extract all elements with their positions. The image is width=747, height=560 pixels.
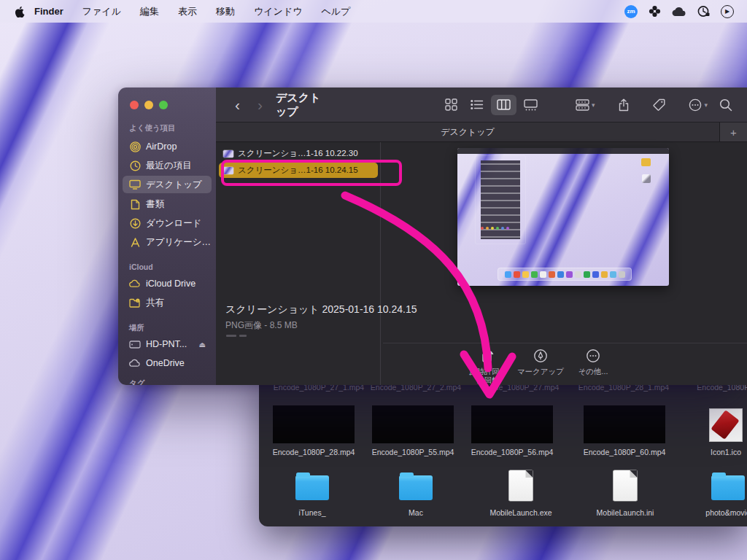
group-by-button[interactable]: ▾ <box>570 95 601 115</box>
clock-lock-icon[interactable] <box>697 5 710 18</box>
path-title: デスクトップ <box>216 126 719 139</box>
apple-menu-icon[interactable] <box>15 6 25 18</box>
file-label[interactable]: Encode_1080P_60.mp4 <box>584 448 666 456</box>
tag-button[interactable] <box>647 95 671 115</box>
preview-desktop-icon <box>641 158 651 166</box>
sidebar-item-applications[interactable]: アプリケーシ… <box>123 233 212 251</box>
minimize-button[interactable] <box>144 101 153 109</box>
folder-icon[interactable] <box>711 475 745 500</box>
close-button[interactable] <box>130 101 139 109</box>
chevron-down-icon: ▾ <box>592 101 595 109</box>
file-label[interactable]: iTunes_ <box>299 508 326 517</box>
sidebar-section-locations: 場所 <box>129 323 144 333</box>
file-label[interactable]: Encode_1080P_28.mp4 <box>273 448 355 456</box>
sidebar-item-label: アプリケーシ… <box>146 236 211 249</box>
background-file-browser: Encode_1080P_27_1.mp4 Encode_1080P_27_2.… <box>259 369 747 526</box>
sidebar-section-tags: タグ <box>129 378 145 385</box>
sidebar-item-label: OneDrive <box>146 358 185 368</box>
folder-icon[interactable] <box>399 475 433 500</box>
menu-edit[interactable]: 編集 <box>131 5 169 18</box>
sidebar-item-desktop[interactable]: デスクトップ <box>123 176 212 193</box>
menu-finder[interactable]: Finder <box>25 6 73 17</box>
file-label[interactable]: MobileLaunch.ini <box>597 508 654 517</box>
truncated-text-mark <box>226 335 236 337</box>
sidebar-item-label: デスクトップ <box>146 179 202 191</box>
finder-toolbar: ‹ › デスクトップ ▾ ▾ <box>216 88 747 122</box>
sidebar-item-hd-pnt[interactable]: HD-PNT... ⏏ <box>123 335 212 353</box>
search-button[interactable] <box>713 95 738 115</box>
action-label: マークアップ <box>517 367 564 376</box>
icon-view-button[interactable] <box>439 95 463 115</box>
sidebar-item-label: 書類 <box>146 198 164 211</box>
file-label[interactable]: Encode_1080P_55.mp4 <box>372 448 454 456</box>
play-circle-icon[interactable]: ▶ <box>721 5 734 18</box>
more-icon <box>560 349 626 363</box>
sidebar-item-shared[interactable]: i 共有 <box>123 294 212 311</box>
file-label[interactable]: Icon1.ico <box>711 448 741 456</box>
annotation-highlight-rectangle <box>221 160 402 186</box>
gallery-view-button[interactable] <box>518 95 543 115</box>
file-label[interactable]: Mac <box>409 508 423 517</box>
shared-folder-icon: i <box>129 297 141 308</box>
file-label[interactable]: photo&movie <box>705 508 747 517</box>
document-file-icon[interactable] <box>509 470 533 501</box>
document-icon <box>129 198 141 210</box>
sidebar-item-downloads[interactable]: ダウンロード <box>123 214 212 232</box>
path-bar: デスクトップ + <box>216 122 747 142</box>
column-view-button[interactable] <box>491 95 516 115</box>
zoom-button[interactable] <box>159 101 168 109</box>
share-button[interactable] <box>612 95 635 115</box>
preview-desktop-icon <box>642 174 651 183</box>
folder-icon[interactable] <box>295 475 329 500</box>
sidebar-item-label: ダウンロード <box>146 217 201 230</box>
cloud-icon <box>129 278 141 289</box>
sidebar-item-onedrive[interactable]: OneDrive <box>123 354 212 372</box>
zoom-app-icon[interactable]: zm <box>624 5 638 18</box>
video-thumbnail[interactable] <box>471 405 553 443</box>
sidebar-item-recents[interactable]: 最近の項目 <box>123 157 212 174</box>
ico-file-thumbnail[interactable] <box>709 408 743 442</box>
file-label[interactable]: Encode_1080P_56.mp4 <box>471 448 554 456</box>
more-actions-button[interactable]: ▾ <box>683 95 713 115</box>
sidebar-item-documents[interactable]: 書類 <box>123 195 212 213</box>
action-label: 反時計回り <box>469 367 508 376</box>
clover-app-icon[interactable] <box>649 5 661 18</box>
video-thumbnail[interactable] <box>273 405 355 443</box>
chevron-down-icon: ▾ <box>704 101 708 109</box>
sidebar-section-icloud: iCloud <box>129 262 153 271</box>
sidebar-item-label: iCloud Drive <box>146 279 196 289</box>
finder-main-area: ‹ › デスクトップ ▾ ▾ デスクトップ <box>216 88 747 385</box>
back-button[interactable]: ‹ <box>226 96 249 114</box>
file-label[interactable]: MobileLaunch.exe <box>489 508 551 517</box>
menu-bar: Finder ファイル 編集 表示 移動 ウインドウ ヘルプ zm ▶ <box>0 0 747 23</box>
desktop-icon <box>129 179 141 190</box>
sidebar-item-airdrop[interactable]: AirDrop <box>123 138 212 155</box>
cloud-drive-icon[interactable] <box>672 7 686 17</box>
clock-icon <box>129 160 141 171</box>
window-controls <box>130 101 168 109</box>
new-tab-button[interactable]: + <box>719 122 747 141</box>
file-row[interactable]: スクリーンショ…1-16 10.22.30 <box>219 146 378 161</box>
sidebar-item-label: HD-PNT... <box>146 339 187 349</box>
menu-status-icons: zm ▶ <box>624 5 747 18</box>
document-file-icon[interactable] <box>614 470 638 501</box>
video-thumbnail[interactable] <box>584 405 665 443</box>
eject-icon[interactable]: ⏏ <box>199 341 206 349</box>
menu-file[interactable]: ファイル <box>73 5 131 18</box>
sidebar-item-icloud-drive[interactable]: iCloud Drive <box>123 275 212 292</box>
menu-help[interactable]: ヘルプ <box>311 5 360 18</box>
forward-button[interactable]: › <box>249 96 271 114</box>
more-button[interactable]: その他... <box>560 349 626 376</box>
screenshot-thumbnail-icon <box>223 150 233 158</box>
file-name: スクリーンショ…1-16 10.22.30 <box>238 148 358 159</box>
preview-menubar <box>457 148 669 154</box>
menu-window[interactable]: ウインドウ <box>244 5 312 18</box>
list-view-button[interactable] <box>465 95 489 115</box>
preview-image[interactable] <box>457 148 669 286</box>
menu-go[interactable]: 移動 <box>206 5 244 18</box>
window-title: デスクトップ <box>276 91 324 119</box>
video-thumbnail[interactable] <box>372 405 454 443</box>
menu-view[interactable]: 表示 <box>169 5 206 18</box>
cloud-icon <box>129 357 141 369</box>
sidebar-item-label: 共有 <box>146 297 164 309</box>
